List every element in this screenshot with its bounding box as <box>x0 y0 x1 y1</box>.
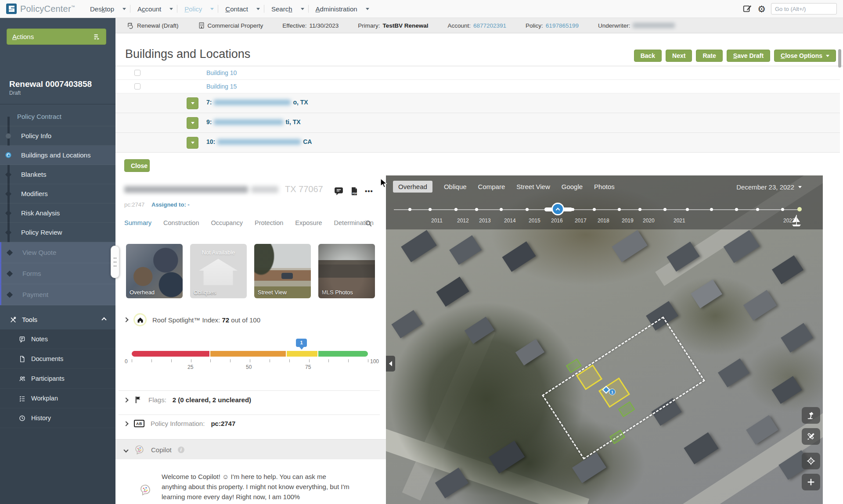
tools-section-header[interactable]: Tools <box>0 310 115 329</box>
close-button[interactable]: Close <box>124 159 150 172</box>
timeline-year[interactable]: 2017 <box>575 218 587 224</box>
sidebar-group-policy-contract[interactable]: Policy Contract <box>0 107 115 126</box>
expand-chevron-icon[interactable] <box>123 317 128 322</box>
menu-contact[interactable]: Contact <box>218 5 252 13</box>
menu-administration[interactable]: Administration <box>309 5 362 13</box>
sidebar-item-modifiers[interactable]: Modifiers <box>0 184 115 204</box>
menu-account-caret[interactable] <box>166 8 177 10</box>
menu-administration-caret[interactable] <box>362 8 373 10</box>
sidebar-item-policy-review[interactable]: Policy Review <box>0 223 115 242</box>
menu-account[interactable]: Account <box>130 5 166 13</box>
collapse-chevron-icon[interactable] <box>123 447 128 452</box>
tab-occupancy[interactable]: Occupancy <box>211 219 243 226</box>
menu-desktop[interactable]: Desktop <box>83 5 119 13</box>
info-icon[interactable]: i <box>178 447 184 453</box>
aerial-map[interactable]: 1 Overhead Oblique Compare Street View G… <box>386 175 823 504</box>
imagery-date-dropdown[interactable]: December 23, 2022 <box>736 183 802 191</box>
sidebar-item-buildings-and-locations[interactable]: Buildings and Locations <box>0 146 115 165</box>
timeline-current-dot[interactable] <box>797 207 802 211</box>
map-tab-street-view[interactable]: Street View <box>516 183 550 190</box>
timeline-imagery-dot[interactable] <box>500 208 503 211</box>
menu-search-caret[interactable] <box>297 8 308 10</box>
gear-icon[interactable]: ⚙ <box>757 4 766 14</box>
expand-location-button[interactable] <box>187 117 198 129</box>
next-button[interactable]: Next <box>666 50 692 62</box>
map-tab-photos[interactable]: Photos <box>594 183 615 190</box>
timeline-imagery-dot[interactable] <box>663 208 666 211</box>
menu-contact-caret[interactable] <box>252 8 264 10</box>
draw-measure-tool-button[interactable] <box>802 428 820 445</box>
building-link[interactable]: Building 15 <box>206 83 237 90</box>
row-checkbox[interactable] <box>134 83 140 89</box>
rate-button[interactable]: Rate <box>696 50 722 62</box>
tools-item-documents[interactable]: Documents <box>0 349 115 369</box>
menu-policy[interactable]: Policy <box>177 5 206 13</box>
thumbnail-overhead[interactable]: Overhead <box>126 244 183 298</box>
timeline-imagery-dot[interactable] <box>454 208 458 211</box>
tools-item-history[interactable]: History <box>0 408 115 428</box>
timeline-imagery-dot[interactable] <box>686 208 689 211</box>
building-link[interactable]: Building 10 <box>206 69 237 76</box>
timeline-imagery-dot[interactable] <box>475 208 478 211</box>
tab-exposure[interactable]: Exposure <box>295 219 322 226</box>
timeline-imagery-dot[interactable] <box>735 208 738 211</box>
back-button[interactable]: Back <box>634 50 662 62</box>
expand-location-button[interactable] <box>187 97 198 109</box>
sidebar-item-blankets[interactable]: Blankets <box>0 165 115 184</box>
tools-item-participants[interactable]: Participants <box>0 369 115 389</box>
timeline-imagery-dot[interactable] <box>710 208 713 211</box>
location-link[interactable]: o, TX <box>293 99 308 106</box>
timeline-imagery-dot[interactable] <box>756 208 759 211</box>
sidebar-item-policy-info[interactable]: Policy Info <box>0 126 115 146</box>
timeline-imagery-dot[interactable] <box>781 208 784 211</box>
timeline-year[interactable]: 2015 <box>529 218 540 224</box>
actions-button[interactable]: Actions <box>7 29 106 45</box>
timeline-year[interactable]: 2011 <box>431 218 443 224</box>
timeline-year[interactable]: 2021 <box>674 218 685 224</box>
map-tab-overhead[interactable]: Overhead <box>393 181 432 193</box>
expand-chevron-icon[interactable] <box>123 421 128 426</box>
location-link[interactable]: CA <box>303 138 312 145</box>
timeline-imagery-dot[interactable] <box>638 208 641 211</box>
timeline-year[interactable]: 2012 <box>457 218 469 224</box>
tab-construction[interactable]: Construction <box>163 219 199 226</box>
scrollbar-thumb[interactable] <box>838 49 841 68</box>
thumbnail-street-view[interactable]: Street View <box>254 244 311 298</box>
account-link[interactable]: 6877202391 <box>473 22 506 29</box>
thumbnail-mls-photos[interactable]: MLS Photos <box>318 244 375 298</box>
edit-note-icon[interactable] <box>742 4 752 14</box>
comment-icon[interactable] <box>334 186 344 196</box>
panel-resize-handle[interactable] <box>111 246 119 278</box>
menu-search[interactable]: Search <box>264 5 297 13</box>
location-link[interactable]: ti, TX <box>285 118 300 125</box>
map-tab-compare[interactable]: Compare <box>478 183 505 190</box>
timeline-year[interactable]: 2022 <box>783 218 795 224</box>
save-draft-button[interactable]: Save Draft <box>727 50 770 62</box>
zoom-in-button[interactable] <box>802 474 820 490</box>
expand-location-button[interactable] <box>187 137 198 149</box>
map-tab-google[interactable]: Google <box>562 183 583 190</box>
spotlight-lamp-tool-button[interactable] <box>802 407 820 424</box>
more-options-icon[interactable]: ••• <box>365 187 373 195</box>
assigned-to[interactable]: Assigned to: - <box>151 201 190 208</box>
search-icon[interactable] <box>364 219 372 227</box>
goto-input[interactable] <box>771 3 837 14</box>
menu-policy-caret[interactable] <box>206 8 218 10</box>
locate-tool-button[interactable] <box>802 453 820 469</box>
menu-desktop-caret[interactable] <box>119 8 130 10</box>
timeline-imagery-dot[interactable] <box>429 208 432 211</box>
timeline-imagery-dot[interactable] <box>593 208 596 211</box>
timeline-imagery-dot[interactable] <box>408 208 411 211</box>
pdf-export-icon[interactable]: PDF <box>349 186 359 196</box>
tools-item-workplan[interactable]: Workplan <box>0 389 115 408</box>
expand-chevron-icon[interactable] <box>123 397 128 402</box>
tab-protection[interactable]: Protection <box>255 219 283 226</box>
sidebar-item-risk-analysis[interactable]: Risk Analysis <box>0 204 115 223</box>
policy-link[interactable]: 6197865199 <box>546 22 579 29</box>
timeline-imagery-dot[interactable] <box>526 208 529 211</box>
timeline-year[interactable]: 2019 <box>622 218 634 224</box>
timeline-year[interactable]: 2016 <box>551 218 563 224</box>
timeline-year[interactable]: 2018 <box>598 218 609 224</box>
tools-item-notes[interactable]: Notes <box>0 329 115 349</box>
timeline-slider-handle[interactable] <box>551 203 564 215</box>
